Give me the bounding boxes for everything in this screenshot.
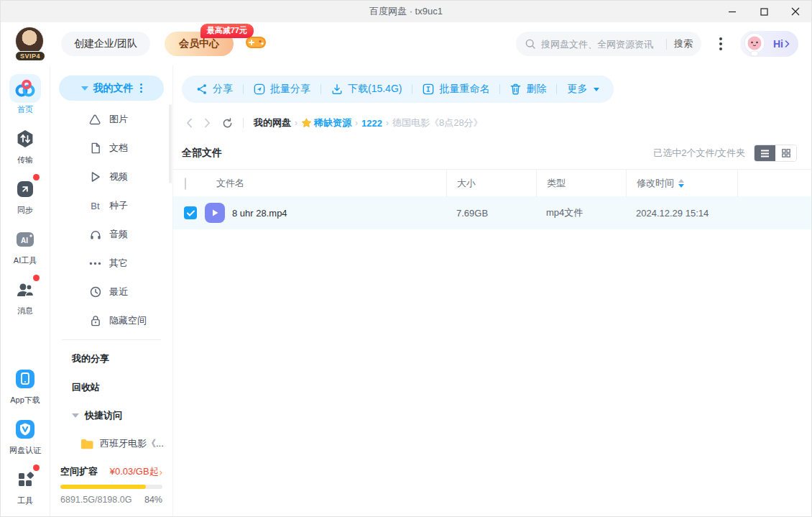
- sidebar-item-images[interactable]: 图片: [50, 105, 172, 134]
- rail-item-ai-tools[interactable]: AI AI工具: [9, 225, 41, 266]
- sidebar-item-hidden-space[interactable]: 隐藏空间: [50, 306, 172, 335]
- sidebar-item-my-shares[interactable]: 我的分享: [50, 344, 172, 372]
- sidebar-scrollbar[interactable]: [169, 104, 172, 183]
- rail-item-tools[interactable]: 工具: [9, 465, 41, 506]
- bt-icon: Bt: [89, 201, 101, 211]
- sort-icon[interactable]: [678, 179, 684, 188]
- assistant-button[interactable]: Hi: [740, 31, 798, 57]
- breadcrumb-item-current: 德国电影《8点28分》: [392, 116, 483, 129]
- batch-rename-button[interactable]: 批量重命名: [423, 83, 489, 96]
- rename-icon: [423, 83, 434, 95]
- sidebar-item-videos[interactable]: 视频: [50, 163, 172, 191]
- create-team-button[interactable]: 创建企业/团队: [61, 32, 150, 56]
- chevron-down-icon: [594, 88, 599, 91]
- breadcrumb-item[interactable]: 我的网盘: [254, 116, 291, 129]
- share-button[interactable]: 分享: [196, 83, 233, 96]
- column-header-name[interactable]: 文件名: [205, 170, 446, 197]
- phone-icon: [15, 369, 35, 389]
- row-checkbox-checked[interactable]: [184, 206, 197, 219]
- storage-progress-bar: [60, 485, 162, 489]
- mascot-icon: [742, 31, 769, 57]
- close-button[interactable]: [780, 1, 811, 22]
- sidebar-item-torrents[interactable]: Bt 种子: [50, 191, 172, 220]
- toolbar-separator: [320, 84, 321, 94]
- image-icon: [89, 114, 101, 125]
- collapse-triangle-icon: [81, 86, 88, 91]
- file-modified: 2024.12.29 15:14: [626, 208, 737, 219]
- rail-label-home: 首页: [17, 104, 33, 115]
- search-button[interactable]: 搜索: [674, 37, 693, 50]
- ellipsis-icon: [89, 262, 101, 265]
- breadcrumb-item[interactable]: 1222: [361, 118, 382, 129]
- rail-label-app-download: App下载: [10, 395, 40, 406]
- toolbar-separator: [499, 84, 500, 94]
- rail-item-messages[interactable]: 消息: [9, 275, 41, 316]
- category-label: 音频: [109, 228, 128, 241]
- vip-discount-badge: 最高减77元: [200, 24, 254, 38]
- column-header-modified[interactable]: 修改时间: [626, 170, 737, 197]
- forward-button[interactable]: [204, 118, 211, 128]
- file-name[interactable]: 8 uhr 28.mp4: [232, 208, 287, 219]
- storage-panel: 空间扩容 ¥0.03/GB起 › 6891.5G/8198.0G 84%: [50, 458, 172, 516]
- vip-center-button[interactable]: 会员中心 最高减77元: [165, 32, 234, 56]
- more-button[interactable]: 更多: [567, 83, 599, 96]
- search-bar[interactable]: 搜索: [516, 32, 701, 56]
- column-header-size[interactable]: 大小: [446, 170, 536, 197]
- toolbar-separator: [412, 84, 412, 94]
- batch-share-button[interactable]: 批量分享: [254, 83, 310, 96]
- storage-expand-label[interactable]: 空间扩容: [60, 465, 98, 478]
- column-header-type[interactable]: 类型: [536, 170, 626, 197]
- window-title: 百度网盘 · tx9uc1: [369, 5, 443, 18]
- search-input[interactable]: [541, 39, 659, 50]
- table-row[interactable]: 8 uhr 28.mp4 7.69GB mp4文件 2024.12.29 15:…: [173, 196, 811, 229]
- rail-item-home[interactable]: 首页: [9, 74, 41, 115]
- chevron-right-icon: ›: [160, 467, 162, 477]
- rail-item-app-download[interactable]: App下载: [9, 365, 41, 406]
- back-button[interactable]: [186, 118, 193, 128]
- category-label: 图片: [109, 113, 128, 126]
- rail-label-messages: 消息: [17, 306, 33, 316]
- tool-label: 分享: [213, 83, 233, 96]
- storage-percent: 84%: [144, 495, 162, 505]
- grid-view-button[interactable]: [775, 145, 796, 161]
- rail-item-transfer[interactable]: 传输: [9, 124, 41, 165]
- sidebar-item-recent[interactable]: 最近: [50, 278, 172, 306]
- breadcrumb: 我的网盘 › 稀缺资源 › 1222 › 德国电影《8点28分》: [254, 116, 483, 129]
- refresh-button[interactable]: [222, 118, 233, 129]
- download-icon: [331, 83, 343, 95]
- header-right: 搜索 Hi: [516, 31, 798, 57]
- sidebar-item-quick-access[interactable]: 快捷访问: [50, 401, 172, 429]
- delete-button[interactable]: 删除: [510, 83, 546, 96]
- sidebar-item-documents[interactable]: 文档: [50, 134, 172, 163]
- minimize-button[interactable]: [716, 1, 748, 22]
- storage-price[interactable]: ¥0.03/GB起: [110, 465, 159, 478]
- messages-icon: [16, 281, 34, 298]
- sidebar-item-my-files[interactable]: 我的文件: [59, 76, 164, 101]
- user-avatar[interactable]: SVIP4: [15, 27, 45, 61]
- breadcrumb-divider: [243, 118, 244, 128]
- tool-label: 更多: [567, 83, 587, 96]
- app-window: 百度网盘 · tx9uc1 SVIP4 创建企业/团队 会员中心 最高减77元: [0, 0, 812, 517]
- my-files-menu-icon[interactable]: [140, 83, 142, 93]
- list-view-button[interactable]: [755, 145, 775, 161]
- vip-center-label: 会员中心: [179, 37, 219, 49]
- chevron-right-icon: [785, 40, 790, 47]
- category-label: 种子: [109, 199, 128, 212]
- storage-progress-fill: [60, 485, 146, 489]
- sidebar-item-quick-folder[interactable]: 西班牙电影《...: [50, 430, 172, 458]
- sidebar-item-others[interactable]: 其它: [50, 249, 172, 278]
- lock-icon: [89, 315, 101, 326]
- sidebar-item-recycle-bin[interactable]: 回收站: [50, 373, 172, 401]
- header: SVIP4 创建企业/团队 会员中心 最高减77元 搜索: [1, 22, 811, 65]
- maximize-button[interactable]: [748, 1, 780, 22]
- select-all-checkbox[interactable]: [185, 178, 186, 190]
- assistant-label: Hi: [773, 38, 783, 50]
- rail-item-verification[interactable]: 网盘认证: [9, 415, 41, 456]
- rail-item-sync[interactable]: 同步: [9, 175, 41, 216]
- download-button[interactable]: 下载(15.4G): [331, 83, 402, 96]
- breadcrumb-item[interactable]: 稀缺资源: [314, 116, 351, 129]
- more-menu-icon[interactable]: [709, 32, 733, 56]
- rail-label-sync: 同步: [17, 205, 33, 216]
- collapse-triangle-icon: [72, 413, 79, 418]
- sidebar-item-audio[interactable]: 音频: [50, 220, 172, 249]
